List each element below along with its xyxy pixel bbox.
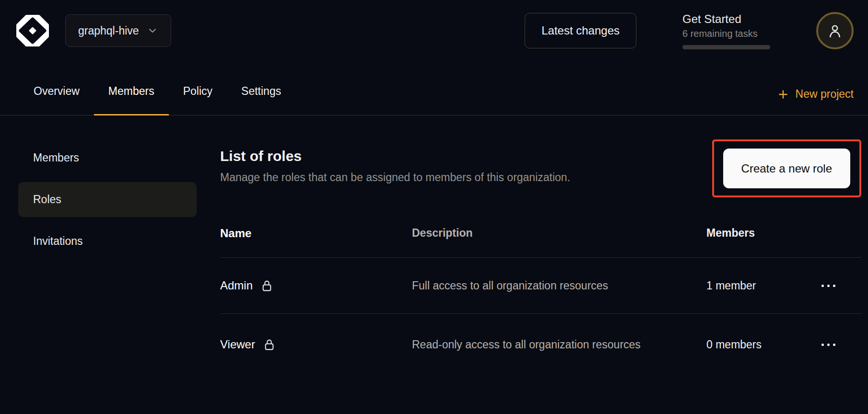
get-started-remaining-tasks: 6 remaining tasks bbox=[682, 28, 770, 39]
role-name-cell: Admin bbox=[220, 279, 412, 292]
sidebar-item-invitations[interactable]: Invitations bbox=[18, 224, 197, 259]
ellipsis-icon bbox=[821, 285, 824, 287]
new-project-button[interactable]: New project bbox=[777, 88, 854, 115]
column-header-members: Members bbox=[706, 224, 861, 242]
new-project-label: New project bbox=[796, 88, 854, 101]
column-header-name: Name bbox=[220, 224, 412, 242]
lock-icon bbox=[261, 279, 273, 292]
chevron-down-icon bbox=[147, 25, 158, 36]
hive-logo-icon bbox=[16, 15, 49, 46]
user-icon bbox=[826, 22, 844, 39]
tab-settings[interactable]: Settings bbox=[227, 85, 295, 115]
role-member-count: 0 members bbox=[706, 338, 762, 351]
sidebar-item-members[interactable]: Members bbox=[18, 140, 197, 175]
roles-panel-titles: List of roles Manage the roles that can … bbox=[220, 139, 570, 184]
row-menu-button[interactable] bbox=[821, 281, 836, 291]
page-subtitle: Manage the roles that can be assigned to… bbox=[220, 171, 570, 184]
roles-table-header: Name Description Members bbox=[220, 224, 861, 258]
org-tab-bar: Overview Members Policy Settings New pro… bbox=[0, 61, 868, 115]
table-row-viewer: Viewer Read-only access to all organizat… bbox=[220, 314, 861, 375]
get-started-widget[interactable]: Get Started 6 remaining tasks bbox=[682, 12, 770, 49]
role-description-cell: Full access to all organization resource… bbox=[412, 276, 706, 295]
tab-policy[interactable]: Policy bbox=[169, 85, 227, 115]
tab-members[interactable]: Members bbox=[94, 85, 169, 115]
latest-changes-label: Latest changes bbox=[541, 24, 620, 37]
user-avatar-button[interactable] bbox=[816, 12, 854, 49]
org-selector-label: graphql-hive bbox=[78, 24, 139, 37]
table-row-admin: Admin Full access to all organization re… bbox=[220, 258, 861, 314]
ellipsis-icon bbox=[821, 344, 824, 346]
role-description: Read-only access to all organization res… bbox=[412, 335, 642, 354]
get-started-title: Get Started bbox=[682, 12, 770, 26]
members-sidebar: Members Roles Invitations bbox=[18, 115, 197, 375]
page-title: List of roles bbox=[220, 148, 570, 164]
role-members-cell: 0 members bbox=[706, 338, 861, 351]
role-members-cell: 1 member bbox=[706, 279, 861, 292]
get-started-progress-bar bbox=[682, 45, 770, 49]
create-new-role-button[interactable]: Create a new role bbox=[723, 149, 850, 188]
roles-panel-header: List of roles Manage the roles that can … bbox=[220, 139, 861, 197]
roles-table: Name Description Members Admin Full acce… bbox=[220, 224, 861, 375]
role-name: Viewer bbox=[220, 338, 255, 351]
role-member-count: 1 member bbox=[706, 279, 756, 292]
column-header-description: Description bbox=[412, 224, 706, 242]
members-page-content: Members Roles Invitations List of roles … bbox=[0, 115, 868, 375]
role-description-cell: Read-only access to all organization res… bbox=[412, 335, 706, 354]
role-name: Admin bbox=[220, 279, 253, 292]
roles-panel: List of roles Manage the roles that can … bbox=[220, 115, 861, 375]
tab-overview[interactable]: Overview bbox=[19, 85, 94, 115]
org-selector-button[interactable]: graphql-hive bbox=[65, 14, 171, 47]
row-menu-button[interactable] bbox=[821, 340, 836, 350]
top-bar: graphql-hive Latest changes Get Started … bbox=[0, 0, 868, 61]
role-name-cell: Viewer bbox=[220, 338, 412, 351]
latest-changes-button[interactable]: Latest changes bbox=[525, 13, 636, 48]
annotation-highlight-box: Create a new role bbox=[712, 139, 861, 197]
role-description: Full access to all organization resource… bbox=[412, 276, 642, 295]
plus-icon bbox=[777, 88, 789, 101]
sidebar-item-roles[interactable]: Roles bbox=[18, 182, 197, 217]
lock-icon bbox=[263, 338, 275, 351]
